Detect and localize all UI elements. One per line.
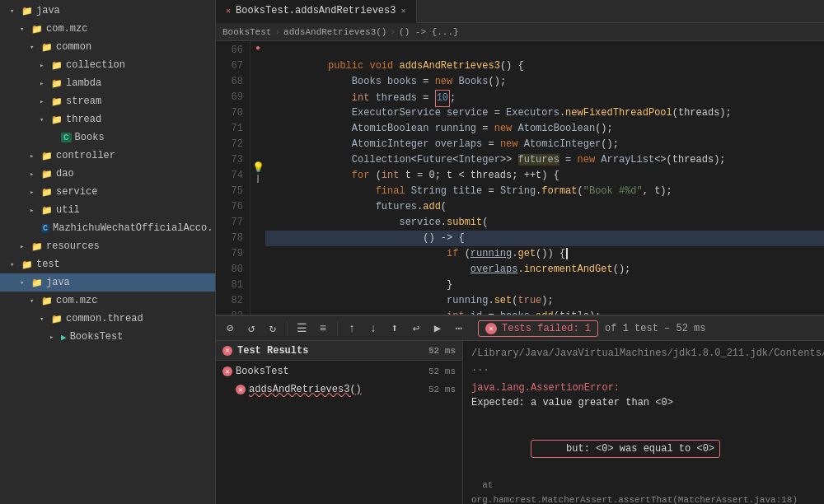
sidebar-item-resources[interactable]: 📁 resources — [0, 237, 215, 255]
gutter: ● 💡 | — [250, 41, 265, 315]
toggle-tree-button[interactable]: ☰ — [293, 320, 311, 338]
folder-icon: 📁 — [21, 6, 33, 16]
sidebar-item-label: Books — [75, 132, 105, 143]
keyword: void — [369, 60, 393, 72]
sidebar-item-thread[interactable]: 📁 thread — [0, 110, 215, 128]
sidebar-item-dao[interactable]: 📁 dao — [0, 165, 215, 183]
more-button[interactable]: ▶ — [428, 320, 447, 338]
sidebar-item-collection[interactable]: 📁 collection — [0, 56, 215, 74]
keyword: int — [382, 170, 400, 181]
toolbar-separator — [287, 321, 288, 336]
sidebar-item-test[interactable]: 📁 test — [0, 255, 215, 273]
stop-button[interactable]: ⊘ — [221, 320, 239, 338]
lightbulb-icon[interactable]: 💡 — [252, 161, 265, 174]
test-failed-badge: ✕ Tests failed: 1 — [478, 320, 598, 337]
line-numbers: 66 67 68 69 70 71 72 73 74 75 76 77 78 7… — [216, 41, 250, 315]
folder-icon: 📁 — [51, 314, 63, 324]
rerun-button[interactable]: ↺ — [242, 320, 260, 338]
bottom-panel: ⊘ ↺ ↻ ☰ ≡ ↑ ↓ ⬆ ↩ ▶ ⋯ ✕ Tests failed: 1 … — [216, 315, 824, 504]
sidebar-item-label: service — [56, 186, 97, 198]
var-name: overlaps — [435, 138, 483, 150]
gutter-cell — [250, 129, 265, 140]
code-text: running — [471, 248, 512, 259]
sidebar-item-test-java[interactable]: 📁 java — [0, 273, 215, 292]
var-name: service — [447, 107, 488, 119]
sidebar-item-label: java — [46, 277, 70, 288]
sidebar-item-label: collection — [66, 59, 125, 71]
keyword: new — [494, 123, 513, 134]
tree-arrow — [40, 97, 49, 106]
sidebar-item-com-mzc[interactable]: 📁 com.mzc — [0, 20, 215, 38]
sidebar-item-java[interactable]: 📁 java — [0, 2, 215, 20]
sidebar-item-test-com-mzc[interactable]: 📁 com.mzc — [0, 292, 215, 310]
folder-icon: 📁 — [41, 42, 53, 53]
tree-arrow — [30, 170, 40, 179]
sidebar-item-label: controller — [56, 150, 115, 161]
sidebar-item-label: com.mzc — [56, 295, 97, 306]
code-line-66: public void addsAndRetrieves3() { — [265, 43, 824, 58]
test-row-books-test[interactable]: ✕ BooksTest 52 ms — [216, 362, 462, 380]
sidebar-item-service[interactable]: 📁 service — [0, 183, 215, 201]
class-c-icon: C — [61, 133, 72, 142]
folder-icon: 📁 — [41, 187, 53, 198]
test-row-method[interactable]: ✕ addsAndRetrieves3() 52 ms — [216, 380, 462, 399]
error-highlight-box: but: <0> was equal to <0> — [531, 440, 720, 458]
rerun-failed-button[interactable]: ↻ — [264, 320, 282, 338]
test-failed-label: Tests failed: 1 — [502, 323, 591, 334]
test-method-label: addsAndRetrieves3() — [249, 384, 362, 395]
overflow-button[interactable]: ⋯ — [450, 320, 468, 338]
sort-button[interactable]: ≡ — [314, 320, 332, 338]
tree-arrow — [20, 25, 30, 34]
breakpoint-icon[interactable]: ● — [255, 44, 260, 53]
sidebar-item-label: MazhichuWechatOfficialAcco... — [53, 222, 215, 234]
keyword: public — [328, 60, 363, 72]
editor-tab-bar: ✕ BooksTest.addsAndRetrieves3 ✕ — [216, 0, 824, 23]
folder-icon: 📁 — [51, 114, 63, 125]
code-text: futures — [376, 201, 417, 212]
tab-books-test[interactable]: ✕ BooksTest.addsAndRetrieves3 ✕ — [216, 0, 417, 23]
breadcrumb-part-1: BooksTest — [222, 27, 271, 37]
code-editor: BooksTest › addsAndRetrieves3() › () -> … — [216, 23, 824, 315]
function-name: set — [494, 295, 513, 306]
tab-close-button[interactable]: ✕ — [400, 6, 405, 16]
sidebar-item-lambda[interactable]: 📁 lambda — [0, 74, 215, 92]
sidebar-item-stream[interactable]: 📁 stream — [0, 92, 215, 110]
test-row-time: 52 ms — [428, 366, 462, 376]
sidebar-item-util[interactable]: 📁 util — [0, 201, 215, 219]
sidebar-item-common-thread[interactable]: 📁 common.thread — [0, 310, 215, 328]
class-test-icon: ▶ — [61, 332, 67, 343]
export-button[interactable]: ⬆ — [386, 320, 404, 338]
code-lines: public void addsAndRetrieves3() { Books … — [265, 41, 824, 315]
value-box: 10 — [435, 90, 450, 107]
scroll-up-button[interactable]: ↑ — [343, 320, 361, 338]
keyword: for — [352, 170, 370, 181]
toolbar-separator — [337, 321, 338, 336]
gutter-cell — [250, 282, 265, 293]
sidebar-item-common[interactable]: 📁 common — [0, 38, 215, 56]
tree-arrow — [40, 115, 49, 124]
clock-button[interactable]: ↩ — [407, 320, 425, 338]
scroll-down-button[interactable]: ↓ — [364, 320, 382, 338]
tab-error-icon: ✕ — [226, 6, 231, 16]
sidebar-item-books-test[interactable]: ▶ BooksTest — [0, 328, 215, 346]
test-fail-icon: ✕ — [236, 385, 246, 394]
test-results-total-time: 52 ms — [428, 346, 456, 356]
output-stack-0: at org.hamcrest.MatcherAssert.assertThat… — [471, 478, 816, 504]
gutter-cell — [250, 108, 265, 119]
gutter-cell — [250, 75, 265, 86]
gutter-cell — [250, 293, 265, 304]
folder-icon: 📁 — [41, 169, 53, 180]
tree-arrow — [40, 79, 49, 88]
sidebar-item-wechat[interactable]: C MazhichuWechatOfficialAcco... — [0, 219, 215, 237]
type-name: AtomicInteger — [352, 138, 429, 150]
sidebar-item-controller[interactable]: 📁 controller — [0, 147, 215, 165]
sidebar-item-books[interactable]: C Books — [0, 128, 215, 147]
breadcrumb: BooksTest › addsAndRetrieves3() › () -> … — [216, 23, 824, 41]
function-name: newFixedThreadPool — [565, 107, 672, 119]
tree-arrow — [30, 188, 40, 197]
gutter-cell — [250, 196, 265, 207]
gutter-cell: 💡 — [250, 161, 265, 174]
output-panel: /Library/Java/JavaVirtualMachines/jdk1.8… — [463, 341, 824, 504]
code-text: overlaps — [471, 264, 518, 275]
keyword: int — [352, 92, 370, 104]
